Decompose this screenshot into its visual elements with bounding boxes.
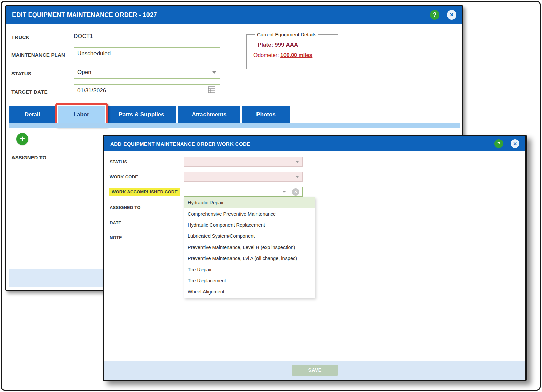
dropdown-option[interactable]: Hydraulic Component Replacement — [184, 220, 315, 231]
odometer-label: Odometer: — [253, 52, 279, 58]
help-icon[interactable]: ? — [430, 10, 439, 20]
maintenance-plan-input[interactable] — [74, 47, 220, 60]
labor-panel-border — [9, 123, 9, 268]
calendar-icon[interactable] — [207, 86, 216, 94]
tab-attachments[interactable]: Attachments — [178, 106, 240, 123]
close-icon[interactable]: ✕ — [447, 10, 456, 20]
modal-help-icon[interactable]: ? — [494, 139, 503, 148]
dropdown-option[interactable]: Lubricated System/Component — [184, 231, 315, 242]
add-labor-button[interactable]: + — [16, 133, 28, 145]
work-code-label: WORK CODE — [110, 174, 138, 179]
modal-note-label: NOTE — [110, 235, 122, 240]
dropdown-option[interactable]: Preventive Maintenance, Level B (exp ins… — [184, 242, 315, 253]
maintenance-plan-label: MAINTENANCE PLAN — [11, 52, 65, 58]
work-accomplished-dropdown: Hydraulic Repair Comprehensive Preventiv… — [184, 197, 315, 298]
current-equipment-details-box: Current Equipment Details Plate: 999 AAA… — [246, 32, 338, 69]
target-date-label: TARGET DATE — [11, 89, 48, 95]
modal-close-icon[interactable]: ✕ — [511, 139, 519, 148]
modal-status-select[interactable] — [184, 157, 303, 167]
tab-photos[interactable]: Photos — [242, 106, 290, 123]
chevron-down-icon — [282, 191, 286, 193]
combo-divider — [289, 188, 289, 195]
chevron-down-icon — [296, 161, 299, 163]
dropdown-option[interactable]: Wheel Alignment — [184, 286, 315, 298]
dropdown-option[interactable]: Tire Repair — [184, 264, 315, 275]
tab-parts-supplies[interactable]: Parts & Supplies — [107, 106, 176, 123]
modal-footer: SAVE — [104, 361, 525, 380]
save-button[interactable]: SAVE — [292, 365, 338, 376]
status-label: STATUS — [11, 71, 31, 76]
chevron-down-icon — [296, 176, 299, 178]
odometer-value[interactable]: 100.00 miles — [280, 52, 312, 58]
equipment-details-legend: Current Equipment Details — [255, 32, 318, 37]
truck-label: TRUCK — [11, 34, 30, 40]
figure-frame: EDIT EQUIPMENT MAINTENANCE ORDER - 1027 … — [1, 1, 541, 391]
modal-titlebar: ADD EQUIPMENT MAINTENANCE ORDER WORK COD… — [104, 136, 525, 151]
plus-icon: + — [20, 134, 25, 144]
modal-assigned-to-label: ASSIGNED TO — [110, 205, 141, 210]
window-title: EDIT EQUIPMENT MAINTENANCE ORDER - 1027 — [12, 11, 157, 19]
modal-status-label: STATUS — [110, 159, 127, 164]
chevron-down-icon — [212, 71, 216, 74]
work-accomplished-code-combo[interactable]: ✕ — [184, 187, 303, 197]
active-tab-strip — [9, 123, 460, 128]
plate-value: Plate: 999 AAA — [258, 41, 333, 48]
work-code-select[interactable] — [184, 172, 303, 182]
odometer-line: Odometer: 100.00 miles — [253, 52, 333, 58]
main-titlebar: EDIT EQUIPMENT MAINTENANCE ORDER - 1027 … — [6, 6, 462, 24]
dropdown-option[interactable]: Hydraulic Repair — [184, 197, 315, 208]
tab-bar: Detail Labor Parts & Supplies Attachment… — [9, 106, 290, 123]
dropdown-option[interactable]: Tire Replacement — [184, 275, 315, 286]
modal-date-label: DATE — [110, 220, 121, 225]
modal-title: ADD EQUIPMENT MAINTENANCE ORDER WORK COD… — [110, 141, 250, 147]
status-select[interactable]: Open — [74, 66, 220, 79]
tab-detail[interactable]: Detail — [9, 106, 56, 123]
work-accomplished-code-label: WORK ACCOMPLISHED CODE — [109, 188, 180, 196]
truck-value: DOCT1 — [74, 33, 93, 40]
clear-icon[interactable]: ✕ — [292, 188, 299, 196]
assigned-to-column-header: ASSIGNED TO — [11, 155, 46, 160]
dropdown-option[interactable]: Preventive Maintenance, Lvl A (oil chang… — [184, 253, 315, 264]
status-select-value: Open — [77, 69, 212, 76]
target-date-input[interactable] — [74, 84, 220, 97]
add-work-code-modal: ADD EQUIPMENT MAINTENANCE ORDER WORK COD… — [103, 135, 527, 381]
dropdown-option[interactable]: Comprehensive Preventive Maintenance — [184, 208, 315, 220]
tab-labor[interactable]: Labor — [58, 106, 105, 123]
note-textarea[interactable] — [113, 249, 517, 359]
